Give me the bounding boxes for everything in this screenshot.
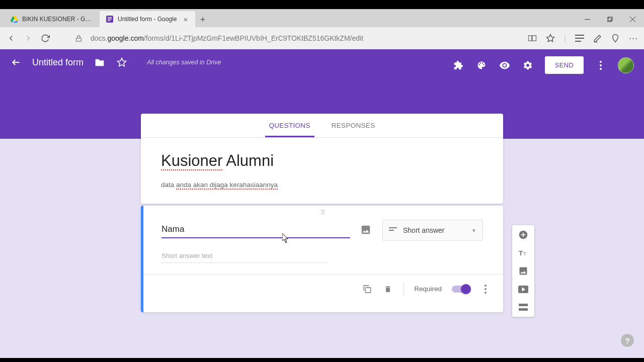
svg-point-22 [600, 68, 602, 70]
question-type-select[interactable]: Short answer ▼ [382, 220, 483, 241]
question-more-icon[interactable] [480, 284, 491, 295]
delete-icon[interactable] [382, 284, 393, 295]
add-section-icon[interactable] [518, 302, 529, 313]
browser-tab[interactable]: Untitled form - Google × [100, 11, 195, 27]
add-video-icon[interactable] [518, 284, 529, 295]
drive-favicon [10, 15, 18, 23]
folder-icon[interactable] [94, 56, 106, 68]
drag-handle-icon[interactable]: ⠿ [320, 209, 327, 216]
tab-strip: BIKIN KUESIONER - Google Untitled form -… [0, 9, 644, 27]
close-tab-icon[interactable]: × [182, 16, 189, 23]
required-label: Required [414, 285, 442, 293]
svg-point-20 [600, 61, 602, 63]
star-icon[interactable] [116, 56, 128, 68]
svg-point-26 [485, 292, 487, 294]
save-status: All changes saved in Drive [147, 59, 221, 66]
question-title-input[interactable] [162, 222, 350, 238]
svg-point-21 [600, 64, 602, 66]
add-question-icon[interactable] [518, 229, 529, 240]
minimize-button[interactable] [576, 11, 599, 27]
address-bar[interactable]: docs.google.com/forms/d/1Li-ZTjpMzGmF1ew… [91, 34, 521, 42]
window-close-button[interactable] [621, 11, 644, 27]
svg-rect-23 [365, 287, 370, 292]
send-button[interactable]: SEND [545, 56, 584, 74]
preview-icon[interactable] [499, 59, 511, 71]
svg-rect-7 [585, 19, 590, 20]
new-tab-button[interactable]: + [195, 12, 210, 27]
svg-text:T: T [519, 249, 523, 257]
forward-button[interactable] [23, 33, 33, 43]
svg-rect-8 [607, 18, 611, 22]
form-name[interactable]: Untitled form [32, 57, 84, 68]
add-image-icon[interactable] [360, 224, 372, 236]
form-description[interactable]: data anda akan dijaga kerahasiaannya [161, 181, 483, 189]
lock-icon[interactable] [73, 33, 84, 43]
required-toggle[interactable] [452, 286, 470, 293]
reading-list-icon[interactable] [575, 35, 584, 42]
svg-marker-13 [546, 35, 554, 42]
svg-point-25 [485, 288, 487, 290]
help-icon[interactable]: ? [621, 334, 634, 347]
maximize-button[interactable] [599, 11, 621, 27]
more-menu-icon[interactable] [595, 59, 607, 71]
refresh-button[interactable] [40, 33, 50, 43]
reading-view-icon[interactable] [528, 34, 537, 42]
tab-questions[interactable]: QUESTIONS [269, 114, 310, 137]
svg-rect-5 [108, 19, 112, 20]
side-toolbar: TT [512, 225, 534, 317]
short-answer-icon [389, 227, 397, 233]
tab-responses[interactable]: RESPONSES [332, 114, 375, 137]
settings-icon[interactable] [522, 59, 534, 71]
answer-placeholder: Short answer text [162, 252, 328, 263]
svg-rect-9 [608, 17, 612, 21]
svg-text:T: T [523, 251, 526, 256]
svg-rect-4 [108, 17, 112, 18]
notes-icon[interactable] [593, 34, 602, 43]
add-image-sidebar-icon[interactable] [518, 265, 529, 277]
more-icon[interactable]: ··· [629, 33, 638, 44]
svg-point-24 [485, 285, 487, 287]
back-button[interactable] [6, 33, 16, 43]
chevron-down-icon: ▼ [471, 228, 476, 233]
forms-favicon [106, 15, 114, 23]
share-icon[interactable] [611, 34, 620, 43]
account-avatar[interactable] [618, 57, 634, 73]
svg-rect-34 [519, 304, 528, 306]
duplicate-icon[interactable] [361, 284, 372, 295]
back-arrow-icon[interactable] [10, 56, 22, 68]
svg-rect-6 [108, 20, 110, 21]
svg-rect-12 [76, 38, 81, 41]
add-title-icon[interactable]: TT [518, 247, 529, 258]
favorite-icon[interactable] [546, 34, 555, 43]
svg-rect-35 [519, 308, 528, 311]
addons-icon[interactable] [452, 59, 464, 71]
form-title[interactable]: Kusioner Alumni [161, 152, 274, 170]
svg-marker-19 [118, 58, 126, 66]
question-card: ⠿ Short answer ▼ Short answer text [141, 206, 503, 312]
palette-icon[interactable] [475, 59, 488, 71]
browser-tab[interactable]: BIKIN KUESIONER - Google [4, 11, 100, 27]
